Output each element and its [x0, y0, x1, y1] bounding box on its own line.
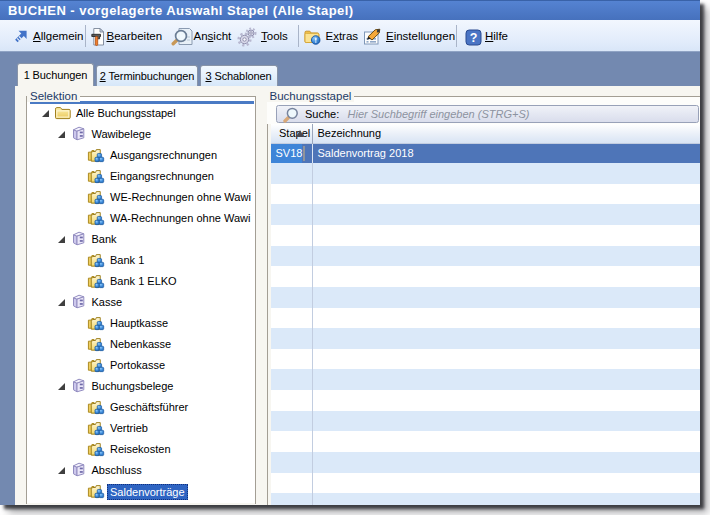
svg-text:?: ? [469, 31, 477, 45]
